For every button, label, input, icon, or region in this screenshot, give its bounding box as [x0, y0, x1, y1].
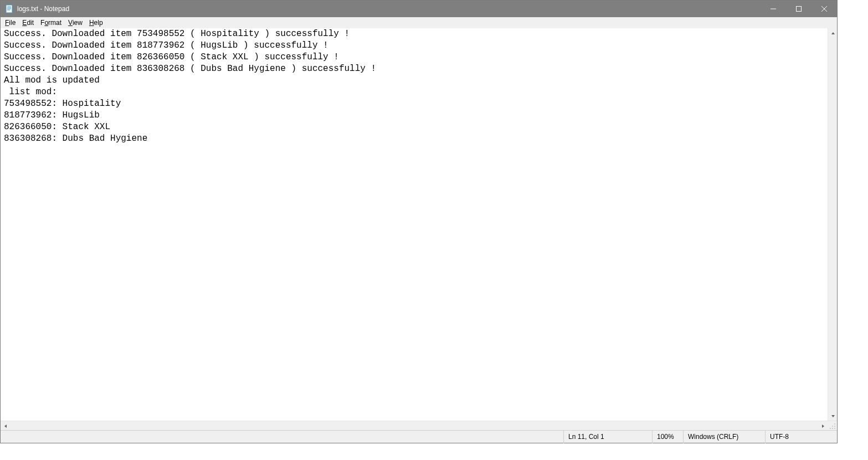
menubar: File Edit Format View Help — [1, 17, 837, 28]
text-editor[interactable]: Success. Downloaded item 753498552 ( Hos… — [1, 28, 828, 421]
menu-view[interactable]: View — [65, 17, 86, 28]
svg-point-13 — [832, 426, 833, 427]
status-zoom: 100% — [652, 431, 683, 443]
svg-rect-6 — [797, 7, 802, 12]
vertical-scrollbar[interactable] — [828, 28, 837, 421]
window-title: logs.txt - Notepad — [17, 5, 761, 13]
menu-edit[interactable]: Edit — [19, 17, 37, 28]
resize-grip-icon[interactable] — [828, 421, 837, 431]
status-encoding: UTF-8 — [765, 431, 837, 443]
statusbar: Ln 11, Col 1 100% Windows (CRLF) UTF-8 — [1, 430, 837, 443]
minimize-button[interactable] — [761, 1, 786, 17]
status-line-ending: Windows (CRLF) — [683, 431, 765, 443]
svg-point-14 — [834, 423, 835, 425]
content-area: Success. Downloaded item 753498552 ( Hos… — [1, 28, 837, 421]
svg-point-10 — [832, 428, 833, 429]
menu-help[interactable]: Help — [86, 17, 106, 28]
titlebar[interactable]: logs.txt - Notepad — [1, 1, 837, 17]
horizontal-scrollbar[interactable] — [1, 421, 837, 430]
maximize-button[interactable] — [786, 1, 811, 17]
scroll-up-arrow-icon[interactable] — [828, 28, 838, 38]
menu-file[interactable]: File — [2, 17, 19, 28]
status-position: Ln 11, Col 1 — [563, 431, 652, 443]
notepad-window: logs.txt - Notepad File Edit Format View… — [0, 0, 838, 443]
scroll-left-arrow-icon[interactable] — [1, 421, 10, 431]
svg-point-9 — [834, 428, 835, 429]
scroll-right-arrow-icon[interactable] — [818, 421, 828, 431]
notepad-icon — [5, 4, 14, 13]
menu-format[interactable]: Format — [37, 17, 65, 28]
svg-point-12 — [830, 428, 831, 429]
svg-point-11 — [834, 426, 835, 427]
scroll-down-arrow-icon[interactable] — [828, 411, 838, 421]
close-button[interactable] — [811, 1, 837, 17]
